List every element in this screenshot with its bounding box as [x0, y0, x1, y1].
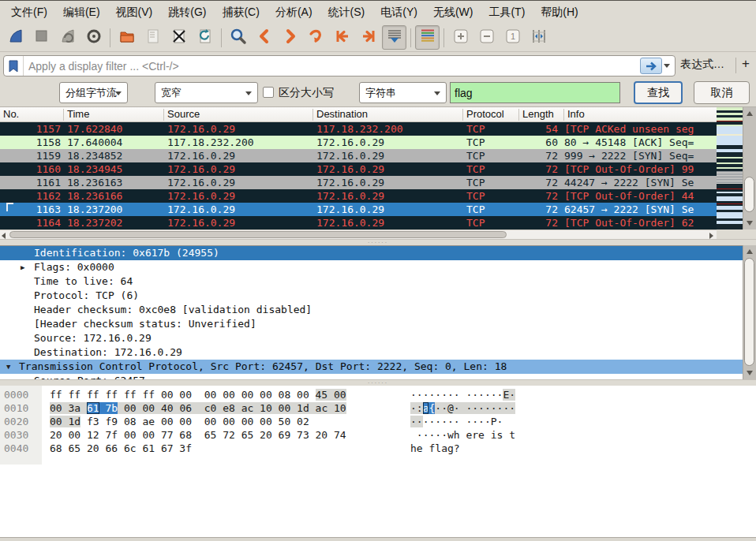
- column-divider[interactable]: [63, 109, 64, 121]
- menu-item-11[interactable]: 帮助(H): [533, 1, 586, 24]
- find-scope-select[interactable]: 分组字节流: [59, 82, 128, 103]
- column-header-source[interactable]: Source: [167, 108, 200, 120]
- menu-item-2[interactable]: 编辑(E): [55, 1, 108, 24]
- resize-columns-button[interactable]: [526, 25, 551, 50]
- find-packet-button[interactable]: [226, 25, 250, 50]
- save-file-button[interactable]: [140, 25, 165, 50]
- detail-row-6[interactable]: [Header checksum status: Unverified]: [0, 317, 743, 331]
- hex-row-0030[interactable]: 003020 00 12 7f 00 00 77 68 65 72 65 20 …: [0, 428, 756, 442]
- start-capture-button[interactable]: [3, 25, 28, 50]
- scroll-up-icon[interactable]: [747, 111, 753, 116]
- packet-bytes-pane[interactable]: 0000ff ff ff ff ff ff 00 00 00 00 00 00 …: [0, 386, 756, 537]
- go-first-button[interactable]: [330, 25, 354, 50]
- packet-list-header[interactable]: No.TimeSourceDestinationProtocolLengthIn…: [0, 107, 717, 122]
- ascii-bytes[interactable]: ········ ······E·: [410, 388, 515, 401]
- hscrollbar-thumb[interactable]: [9, 231, 507, 238]
- scroll-right-icon[interactable]: [709, 233, 713, 239]
- detail-row-8[interactable]: Destination: 172.16.0.29: [0, 345, 743, 360]
- hex-bytes[interactable]: 00 1d f3 f9 08 ae 00 00 00 00 00 00 50 0…: [50, 415, 309, 428]
- expression-button[interactable]: 表达式…: [680, 58, 724, 72]
- hex-bytes[interactable]: 20 00 12 7f 00 00 77 68 65 72 65 20 69 7…: [50, 428, 346, 442]
- ascii-bytes[interactable]: he flag?: [410, 442, 460, 455]
- menu-item-4[interactable]: 跳转(G): [160, 1, 214, 24]
- details-scrollbar[interactable]: [743, 245, 756, 379]
- detail-row-9[interactable]: ▼Transmission Control Protocol, Src Port…: [0, 360, 743, 374]
- display-filter-field[interactable]: [3, 55, 676, 76]
- packet-row-1158[interactable]: 115817.640004117.18.232.200172.16.0.29TC…: [0, 136, 717, 149]
- menu-item-5[interactable]: 捕获(C): [214, 1, 267, 24]
- packet-list-hscrollbar[interactable]: [0, 229, 717, 239]
- column-divider[interactable]: [462, 109, 463, 121]
- detail-row-7[interactable]: Source: 172.16.0.29: [0, 331, 743, 345]
- scrollbar-thumb[interactable]: [744, 258, 754, 366]
- hex-row-0000[interactable]: 0000ff ff ff ff ff ff 00 00 00 00 00 00 …: [0, 388, 756, 401]
- pane-splitter[interactable]: ······: [0, 379, 756, 386]
- menu-item-6[interactable]: 分析(A): [268, 1, 320, 24]
- menu-item-7[interactable]: 统计(S): [320, 1, 373, 24]
- detail-row-1[interactable]: Identification: 0x617b (24955): [0, 246, 743, 260]
- column-header-length[interactable]: Length: [522, 108, 554, 120]
- packet-row-1161[interactable]: 116118.236163172.16.0.29172.16.0.29TCP72…: [0, 176, 717, 189]
- apply-filter-button[interactable]: [640, 58, 662, 74]
- scroll-left-icon[interactable]: [2, 233, 6, 239]
- close-file-button[interactable]: [167, 25, 191, 50]
- menu-item-9[interactable]: 无线(W): [425, 1, 481, 24]
- display-filter-input[interactable]: [24, 57, 640, 75]
- ascii-bytes[interactable]: ········ ····P·: [410, 415, 503, 428]
- column-divider[interactable]: [313, 109, 313, 121]
- stop-capture-button[interactable]: [29, 25, 54, 50]
- zoom-out-button[interactable]: [474, 25, 499, 50]
- menu-item-1[interactable]: 文件(F): [3, 1, 55, 24]
- go-last-button[interactable]: [356, 25, 380, 50]
- column-header-protocol[interactable]: Protocol: [466, 108, 504, 120]
- hex-bytes[interactable]: ff ff ff ff ff ff 00 00 00 00 00 00 08 0…: [50, 388, 346, 401]
- auto-scroll-button[interactable]: [382, 25, 406, 50]
- collapse-arrow-icon[interactable]: ▼: [6, 360, 10, 374]
- scrollbar-thumb[interactable]: [744, 177, 754, 212]
- restart-capture-button[interactable]: [55, 25, 80, 50]
- column-header-time[interactable]: Time: [67, 108, 89, 120]
- packet-row-1164[interactable]: 116418.237202172.16.0.29172.16.0.29TCP72…: [0, 216, 717, 229]
- colorize-button[interactable]: [415, 25, 440, 50]
- hex-row-0040[interactable]: 004068 65 20 66 6c 61 67 3fhe flag?: [0, 442, 756, 455]
- packet-row-1159[interactable]: 115918.234852172.16.0.29172.16.0.29TCP72…: [0, 149, 717, 162]
- go-back-button[interactable]: [252, 25, 276, 50]
- hex-row-0010[interactable]: 001000 3a 61 7b 00 00 40 06 c0 e8 ac 10 …: [0, 401, 756, 415]
- packet-row-1163[interactable]: 116318.237200172.16.0.29172.16.0.29TCP72…: [0, 203, 717, 216]
- menu-item-3[interactable]: 视图(V): [108, 1, 161, 24]
- hex-bytes[interactable]: 00 3a 61 7b 00 00 40 06 c0 e8 ac 10 00 1…: [50, 401, 346, 415]
- go-forward-button[interactable]: [278, 25, 302, 50]
- detail-row-3[interactable]: Time to live: 64: [0, 274, 743, 289]
- find-input[interactable]: [450, 82, 620, 103]
- column-divider[interactable]: [163, 109, 164, 121]
- zoom-in-button[interactable]: [448, 25, 473, 50]
- packet-row-1157[interactable]: 115717.622840172.16.0.29117.18.232.200TC…: [0, 122, 717, 136]
- add-filter-button[interactable]: +: [742, 56, 750, 72]
- capture-options-button[interactable]: [81, 25, 106, 50]
- ascii-bytes[interactable]: ·:a{··@· ········: [410, 401, 515, 415]
- go-to-packet-button[interactable]: [304, 25, 328, 50]
- packet-list-scrollbar[interactable]: [743, 107, 756, 229]
- open-file-button[interactable]: [114, 25, 139, 50]
- menu-item-8[interactable]: 电话(Y): [372, 1, 425, 24]
- packet-list-minimap[interactable]: [717, 107, 743, 229]
- detail-row-5[interactable]: Header checksum: 0xc0e8 [validation disa…: [0, 303, 743, 317]
- detail-row-4[interactable]: Protocol: TCP (6): [0, 289, 743, 303]
- zoom-100-button[interactable]: 1: [500, 25, 525, 50]
- hex-row-0020[interactable]: 002000 1d f3 f9 08 ae 00 00 00 00 00 00 …: [0, 415, 756, 428]
- scroll-up-icon[interactable]: [747, 249, 753, 254]
- column-header-destination[interactable]: Destination: [316, 108, 368, 120]
- detail-row-2[interactable]: ▶Flags: 0x0000: [0, 260, 743, 274]
- column-header-info[interactable]: Info: [567, 108, 585, 120]
- find-button[interactable]: 查找: [634, 81, 683, 104]
- detail-row-10[interactable]: Source Port: 62457: [0, 374, 743, 379]
- bookmark-icon[interactable]: [4, 56, 24, 76]
- scroll-down-icon[interactable]: [747, 221, 753, 226]
- menu-item-10[interactable]: 工具(T): [481, 1, 533, 24]
- reload-file-button[interactable]: [193, 25, 217, 50]
- column-divider[interactable]: [563, 109, 564, 121]
- find-type-select[interactable]: 字符串: [359, 82, 447, 103]
- expand-arrow-icon[interactable]: ▶: [21, 260, 24, 274]
- column-divider[interactable]: [518, 109, 519, 121]
- cancel-button[interactable]: 取消: [694, 81, 750, 104]
